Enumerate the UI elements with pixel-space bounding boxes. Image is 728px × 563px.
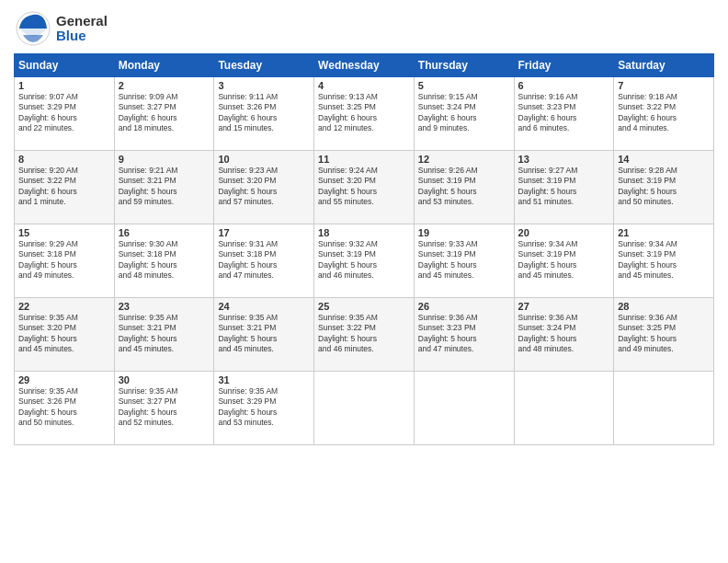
day-number: 18 bbox=[318, 227, 410, 238]
cell-text: Sunrise: 9:31 AMSunset: 3:18 PMDaylight:… bbox=[218, 239, 278, 280]
day-number: 13 bbox=[518, 154, 610, 165]
week-row-1: 1 Sunrise: 9:07 AMSunset: 3:29 PMDayligh… bbox=[15, 77, 714, 151]
cell-text: Sunrise: 9:35 AMSunset: 3:21 PMDaylight:… bbox=[218, 313, 278, 353]
cell-text: Sunrise: 9:29 AMSunset: 3:18 PMDaylight:… bbox=[18, 239, 78, 280]
calendar-cell bbox=[514, 372, 614, 445]
week-row-4: 22 Sunrise: 9:35 AMSunset: 3:20 PMDaylig… bbox=[15, 298, 714, 372]
weekday-header-monday: Monday bbox=[114, 54, 214, 77]
cell-text: Sunrise: 9:27 AMSunset: 3:19 PMDaylight:… bbox=[518, 166, 578, 206]
cell-text: Sunrise: 9:18 AMSunset: 3:22 PMDaylight:… bbox=[618, 92, 677, 132]
day-number: 19 bbox=[418, 227, 510, 238]
weekday-header-thursday: Thursday bbox=[414, 54, 514, 77]
day-number: 12 bbox=[418, 154, 510, 165]
day-number: 26 bbox=[418, 301, 510, 312]
cell-text: Sunrise: 9:35 AMSunset: 3:21 PMDaylight:… bbox=[119, 313, 178, 353]
cell-text: Sunrise: 9:07 AMSunset: 3:29 PMDaylight:… bbox=[18, 92, 78, 132]
calendar-cell: 20 Sunrise: 9:34 AMSunset: 3:19 PMDaylig… bbox=[514, 224, 614, 298]
cell-text: Sunrise: 9:35 AMSunset: 3:22 PMDaylight:… bbox=[318, 313, 378, 353]
day-number: 15 bbox=[18, 227, 110, 238]
cell-text: Sunrise: 9:26 AMSunset: 3:19 PMDaylight:… bbox=[418, 166, 478, 206]
logo-general-text: General bbox=[56, 14, 108, 29]
calendar-cell: 6 Sunrise: 9:16 AMSunset: 3:23 PMDayligh… bbox=[514, 77, 614, 151]
calendar-table: SundayMondayTuesdayWednesdayThursdayFrid… bbox=[14, 53, 714, 445]
day-number: 6 bbox=[518, 80, 610, 91]
calendar-cell: 21 Sunrise: 9:34 AMSunset: 3:19 PMDaylig… bbox=[614, 224, 714, 298]
cell-text: Sunrise: 9:36 AMSunset: 3:25 PMDaylight:… bbox=[618, 313, 677, 353]
cell-text: Sunrise: 9:33 AMSunset: 3:19 PMDaylight:… bbox=[418, 239, 478, 280]
cell-text: Sunrise: 9:35 AMSunset: 3:20 PMDaylight:… bbox=[18, 313, 78, 353]
calendar-cell: 31 Sunrise: 9:35 AMSunset: 3:29 PMDaylig… bbox=[214, 372, 314, 445]
day-number: 28 bbox=[618, 301, 710, 312]
day-number: 21 bbox=[618, 227, 710, 238]
cell-text: Sunrise: 9:11 AMSunset: 3:26 PMDaylight:… bbox=[218, 92, 278, 132]
calendar-page: General Blue SundayMondayTuesdayWednesda… bbox=[0, 0, 728, 563]
day-number: 30 bbox=[119, 374, 210, 385]
cell-text: Sunrise: 9:36 AMSunset: 3:23 PMDaylight:… bbox=[418, 313, 478, 353]
calendar-cell: 18 Sunrise: 9:32 AMSunset: 3:19 PMDaylig… bbox=[314, 224, 415, 298]
weekday-header-friday: Friday bbox=[514, 54, 614, 77]
day-number: 4 bbox=[318, 80, 410, 91]
weekday-header-row: SundayMondayTuesdayWednesdayThursdayFrid… bbox=[15, 54, 714, 77]
day-number: 23 bbox=[119, 301, 210, 312]
cell-text: Sunrise: 9:36 AMSunset: 3:24 PMDaylight:… bbox=[518, 313, 578, 353]
day-number: 17 bbox=[218, 227, 310, 238]
week-row-2: 8 Sunrise: 9:20 AMSunset: 3:22 PMDayligh… bbox=[15, 151, 714, 224]
week-row-3: 15 Sunrise: 9:29 AMSunset: 3:18 PMDaylig… bbox=[15, 224, 714, 298]
day-number: 10 bbox=[218, 154, 310, 165]
cell-text: Sunrise: 9:13 AMSunset: 3:25 PMDaylight:… bbox=[318, 92, 378, 132]
calendar-cell: 16 Sunrise: 9:30 AMSunset: 3:18 PMDaylig… bbox=[114, 224, 214, 298]
calendar-cell: 19 Sunrise: 9:33 AMSunset: 3:19 PMDaylig… bbox=[414, 224, 514, 298]
calendar-cell: 10 Sunrise: 9:23 AMSunset: 3:20 PMDaylig… bbox=[214, 151, 314, 224]
cell-text: Sunrise: 9:23 AMSunset: 3:20 PMDaylight:… bbox=[218, 166, 278, 206]
calendar-cell bbox=[314, 372, 415, 445]
calendar-cell: 1 Sunrise: 9:07 AMSunset: 3:29 PMDayligh… bbox=[15, 77, 115, 151]
cell-text: Sunrise: 9:16 AMSunset: 3:23 PMDaylight:… bbox=[518, 92, 578, 132]
calendar-cell: 11 Sunrise: 9:24 AMSunset: 3:20 PMDaylig… bbox=[314, 151, 415, 224]
day-number: 5 bbox=[418, 80, 510, 91]
calendar-cell: 9 Sunrise: 9:21 AMSunset: 3:21 PMDayligh… bbox=[114, 151, 214, 224]
day-number: 24 bbox=[218, 301, 310, 312]
calendar-cell: 25 Sunrise: 9:35 AMSunset: 3:22 PMDaylig… bbox=[314, 298, 415, 372]
day-number: 2 bbox=[119, 80, 210, 91]
calendar-cell: 28 Sunrise: 9:36 AMSunset: 3:25 PMDaylig… bbox=[614, 298, 714, 372]
calendar-body: 1 Sunrise: 9:07 AMSunset: 3:29 PMDayligh… bbox=[15, 77, 714, 445]
weekday-header-sunday: Sunday bbox=[15, 54, 115, 77]
day-number: 11 bbox=[318, 154, 410, 165]
day-number: 7 bbox=[618, 80, 710, 91]
cell-text: Sunrise: 9:28 AMSunset: 3:19 PMDaylight:… bbox=[618, 166, 677, 206]
day-number: 29 bbox=[18, 374, 110, 385]
calendar-cell: 12 Sunrise: 9:26 AMSunset: 3:19 PMDaylig… bbox=[414, 151, 514, 224]
calendar-cell: 23 Sunrise: 9:35 AMSunset: 3:21 PMDaylig… bbox=[114, 298, 214, 372]
calendar-cell: 2 Sunrise: 9:09 AMSunset: 3:27 PMDayligh… bbox=[114, 77, 214, 151]
calendar-cell bbox=[414, 372, 514, 445]
weekday-header-wednesday: Wednesday bbox=[314, 54, 415, 77]
calendar-cell: 24 Sunrise: 9:35 AMSunset: 3:21 PMDaylig… bbox=[214, 298, 314, 372]
cell-text: Sunrise: 9:24 AMSunset: 3:20 PMDaylight:… bbox=[318, 166, 378, 206]
day-number: 1 bbox=[18, 80, 110, 91]
cell-text: Sunrise: 9:15 AMSunset: 3:24 PMDaylight:… bbox=[418, 92, 478, 132]
calendar-cell: 26 Sunrise: 9:36 AMSunset: 3:23 PMDaylig… bbox=[414, 298, 514, 372]
cell-text: Sunrise: 9:21 AMSunset: 3:21 PMDaylight:… bbox=[119, 166, 178, 206]
cell-text: Sunrise: 9:20 AMSunset: 3:22 PMDaylight:… bbox=[18, 166, 78, 206]
calendar-cell: 22 Sunrise: 9:35 AMSunset: 3:20 PMDaylig… bbox=[15, 298, 115, 372]
weekday-header-tuesday: Tuesday bbox=[214, 54, 314, 77]
calendar-cell: 13 Sunrise: 9:27 AMSunset: 3:19 PMDaylig… bbox=[514, 151, 614, 224]
calendar-cell: 29 Sunrise: 9:35 AMSunset: 3:26 PMDaylig… bbox=[15, 372, 115, 445]
cell-text: Sunrise: 9:34 AMSunset: 3:19 PMDaylight:… bbox=[618, 239, 677, 280]
cell-text: Sunrise: 9:35 AMSunset: 3:29 PMDaylight:… bbox=[218, 386, 278, 427]
cell-text: Sunrise: 9:30 AMSunset: 3:18 PMDaylight:… bbox=[119, 239, 178, 280]
day-number: 27 bbox=[518, 301, 610, 312]
calendar-cell: 5 Sunrise: 9:15 AMSunset: 3:24 PMDayligh… bbox=[414, 77, 514, 151]
cell-text: Sunrise: 9:34 AMSunset: 3:19 PMDaylight:… bbox=[518, 239, 578, 280]
day-number: 8 bbox=[18, 154, 110, 165]
day-number: 25 bbox=[318, 301, 410, 312]
calendar-cell: 7 Sunrise: 9:18 AMSunset: 3:22 PMDayligh… bbox=[614, 77, 714, 151]
logo-icon bbox=[14, 9, 52, 48]
calendar-cell: 27 Sunrise: 9:36 AMSunset: 3:24 PMDaylig… bbox=[514, 298, 614, 372]
header: General Blue bbox=[14, 9, 714, 48]
calendar-cell bbox=[614, 372, 714, 445]
weekday-header-saturday: Saturday bbox=[614, 54, 714, 77]
calendar-cell: 8 Sunrise: 9:20 AMSunset: 3:22 PMDayligh… bbox=[15, 151, 115, 224]
calendar-cell: 3 Sunrise: 9:11 AMSunset: 3:26 PMDayligh… bbox=[214, 77, 314, 151]
cell-text: Sunrise: 9:35 AMSunset: 3:26 PMDaylight:… bbox=[18, 386, 78, 427]
